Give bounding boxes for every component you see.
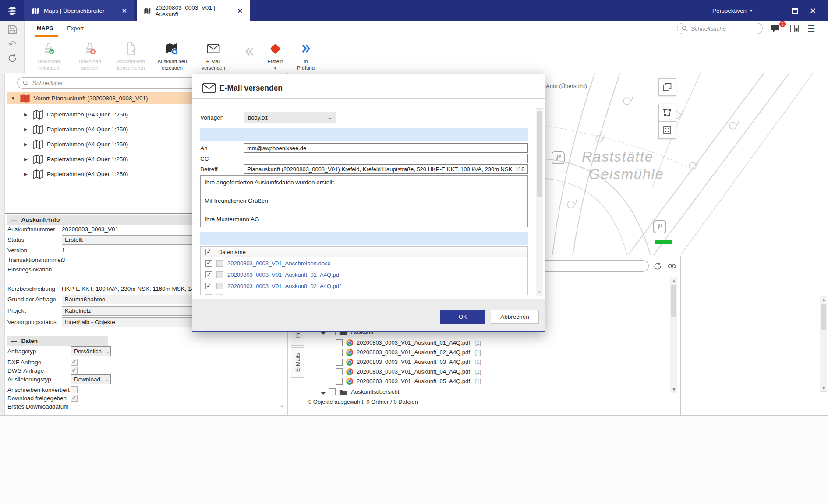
auskunft-neu-erzeugen-button[interactable]: Auskunft neu erzeugen xyxy=(152,37,193,73)
attachment-row-clipped[interactable]: ✓ 20200803_0003_V01_Auskunft_03_A4Q.pdf xyxy=(201,292,527,295)
cc-field[interactable] xyxy=(244,154,528,163)
an-field[interactable] xyxy=(244,143,528,153)
tree-item-papierrahmen[interactable]: ▶ Papierrahmen (A4 Quer 1:250) xyxy=(7,138,128,150)
expander-closed-icon[interactable]: ▶ xyxy=(24,142,29,147)
document-tab-maps[interactable]: Maps | Übersichtsreiter ✕ xyxy=(25,0,134,21)
anschreiben-checkbox[interactable] xyxy=(71,386,78,393)
attachment-checkbox[interactable]: ✓ xyxy=(205,283,212,289)
collapse-icon[interactable]: — xyxy=(11,216,17,223)
files-scrollbar[interactable]: ▲ ▼ xyxy=(670,277,677,393)
message-body-field[interactable]: Ihre angeforderten Auskunfsdaten wurden … xyxy=(200,175,528,227)
right-scrollbar[interactable]: ▲ ▼ xyxy=(820,296,827,392)
betreff-field[interactable] xyxy=(244,164,528,174)
field-label: Projekt xyxy=(7,307,26,314)
document-tab-auskunft[interactable]: 20200803_0003_V01 | Auskunft ✕ xyxy=(137,0,250,21)
tree-item-papierrahmen[interactable]: ▶ Papierrahmen (A4 Quer 1:250) xyxy=(7,109,128,120)
attachment-row[interactable]: ✓ 20200803_0003_V01_Auskunft_02_A4Q.pdf xyxy=(201,280,527,292)
scrollbar-thumb[interactable] xyxy=(537,111,542,197)
freigegeben-checkbox[interactable]: ✓ xyxy=(71,395,78,402)
menu-icon[interactable]: ☰ xyxy=(807,23,815,34)
attachment-row[interactable]: ✓ 20200803_0003_V01_Anschreiben.docx xyxy=(201,257,527,269)
ribbon-tab-export[interactable]: Export xyxy=(65,25,85,32)
side-tab-emails[interactable]: E-Mails xyxy=(291,347,304,378)
perspectives-menu[interactable]: Perspektiven ▼ xyxy=(712,7,753,14)
maximize-button[interactable] xyxy=(792,8,798,14)
scroll-down-icon[interactable]: ⌄ xyxy=(280,401,285,409)
file-checkbox[interactable] xyxy=(336,359,343,366)
app-logo[interactable] xyxy=(0,0,25,21)
dwg-checkbox[interactable]: ✓ xyxy=(71,367,78,374)
section-header-auskunft-info[interactable]: — Auskunft-Info xyxy=(7,215,194,225)
collapse-icon[interactable]: — xyxy=(11,338,17,344)
notifications-button[interactable]: 5 xyxy=(771,24,782,33)
expander-open-icon[interactable]: ◢ xyxy=(320,388,327,395)
status-in-pruefung-button[interactable]: In Prüfung xyxy=(290,37,321,73)
map-building-button[interactable] xyxy=(658,121,676,139)
map-polygon-select-button[interactable] xyxy=(658,104,676,121)
layout-button[interactable] xyxy=(790,25,799,32)
tree-item-papierrahmen[interactable]: ▶ Papierrahmen (A4 Quer 1:250) xyxy=(7,168,128,180)
scroll-up-icon[interactable]: ▲ xyxy=(670,277,678,284)
file-row[interactable]: 20200803_0003_V01_Auskunft_01_A4Q.pdf [1… xyxy=(336,338,481,348)
attachment-row[interactable]: ✓ 20200803_0003_V01_Auskunft_01_A4Q.pdf xyxy=(201,269,527,280)
file-row[interactable]: 20200803_0003_V01_Auskunft_04_A4Q.pdf [1… xyxy=(336,367,481,377)
attachment-checkbox[interactable]: ✓ xyxy=(205,294,212,296)
expander-closed-icon[interactable]: ▶ xyxy=(24,172,29,176)
email-versenden-button[interactable]: E-Mail versenden xyxy=(193,37,234,73)
file-row[interactable]: 20200803_0003_V01_Auskunft_02_A4Q.pdf [1… xyxy=(336,347,481,357)
ok-button[interactable]: OK xyxy=(440,310,485,324)
download-sperren-button[interactable]: Download sperren xyxy=(69,37,110,73)
status-back-button[interactable] xyxy=(240,37,260,73)
scrollbar-thumb[interactable] xyxy=(821,304,826,330)
expander-closed-icon[interactable]: ▶ xyxy=(24,157,29,162)
close-button[interactable]: ✕ xyxy=(810,7,816,15)
minimize-button[interactable] xyxy=(774,11,781,11)
undo-icon[interactable]: ↶ xyxy=(8,39,16,49)
tab-close-icon[interactable]: ✕ xyxy=(237,7,243,15)
tree-item-papierrahmen[interactable]: ▶ Papierrahmen (A4 Quer 1:250) xyxy=(7,123,128,135)
tab-close-icon[interactable]: ✕ xyxy=(121,7,127,15)
map-layers-button[interactable] xyxy=(658,78,676,96)
scroll-down-icon[interactable]: ▼ xyxy=(670,386,678,393)
refresh-icon[interactable] xyxy=(7,53,17,63)
file-checkbox[interactable] xyxy=(336,378,343,385)
vorlagen-select[interactable]: body.txt ⌄ xyxy=(244,112,336,123)
attachment-name[interactable]: 20200803_0003_V01_Auskunft_01_A4Q.pdf xyxy=(227,271,341,278)
save-icon[interactable] xyxy=(7,25,17,35)
refresh-icon[interactable] xyxy=(653,262,662,271)
file-checkbox[interactable] xyxy=(336,349,343,356)
eye-icon[interactable] xyxy=(667,263,677,270)
file-checkbox[interactable] xyxy=(336,368,343,375)
auslieferungstyp-select[interactable]: Download ⌄ xyxy=(71,374,111,384)
attachment-checkbox[interactable]: ✓ xyxy=(205,260,212,267)
status-erstellt-button[interactable]: Erstellt ▼ xyxy=(260,37,290,73)
attachment-name[interactable]: 20200803_0003_V01_Auskunft_02_A4Q.pdf xyxy=(227,283,341,289)
search-input[interactable] xyxy=(691,25,748,32)
dxf-checkbox[interactable]: ✓ xyxy=(71,359,78,366)
cancel-button[interactable]: Abbrechen xyxy=(491,310,539,324)
expander-closed-icon[interactable]: ▶ xyxy=(24,112,29,117)
file-checkbox[interactable] xyxy=(336,339,343,346)
expander-open-icon[interactable]: ▼ xyxy=(11,96,16,101)
ribbon-tab-maps[interactable]: MAPS xyxy=(35,25,55,32)
anfragetyp-select[interactable]: Persönlich ⌄ xyxy=(71,346,111,356)
select-all-checkbox[interactable]: ✓ xyxy=(205,249,212,255)
attachment-name[interactable]: 20200803_0003_V01_Anschreiben.docx xyxy=(227,260,330,267)
section-header-daten[interactable]: — Daten xyxy=(7,336,108,346)
file-placeholder-icon xyxy=(216,260,223,267)
scrollbar-thumb[interactable] xyxy=(671,285,676,317)
scroll-up-icon[interactable]: ▲ xyxy=(820,296,828,303)
anschreiben-konvertieren-button[interactable]: Anschreiben konvertieren xyxy=(110,37,152,73)
scroll-down-icon[interactable]: ▼ xyxy=(820,384,828,391)
expander-closed-icon[interactable]: ▶ xyxy=(24,127,29,132)
attachment-name[interactable]: 20200803_0003_V01_Auskunft_03_A4Q.pdf xyxy=(227,294,341,296)
file-row[interactable]: 20200803_0003_V01_Auskunft_03_A4Q.pdf [1… xyxy=(336,357,481,367)
download-freigeben-button[interactable]: Download freigeben xyxy=(28,37,69,73)
file-row[interactable]: 20200803_0003_V01_Auskunft_05_A4Q.pdf [1… xyxy=(336,376,481,386)
folder-checkbox[interactable] xyxy=(329,388,336,395)
scroll-down-icon[interactable]: ⌄ xyxy=(536,287,543,294)
quick-search[interactable] xyxy=(677,23,763,34)
tree-item-papierrahmen[interactable]: ▶ Papierrahmen (A4 Quer 1:250) xyxy=(7,153,128,165)
dialog-scrollbar[interactable]: ⌄ xyxy=(536,108,543,296)
attachment-checkbox[interactable]: ✓ xyxy=(205,271,212,278)
